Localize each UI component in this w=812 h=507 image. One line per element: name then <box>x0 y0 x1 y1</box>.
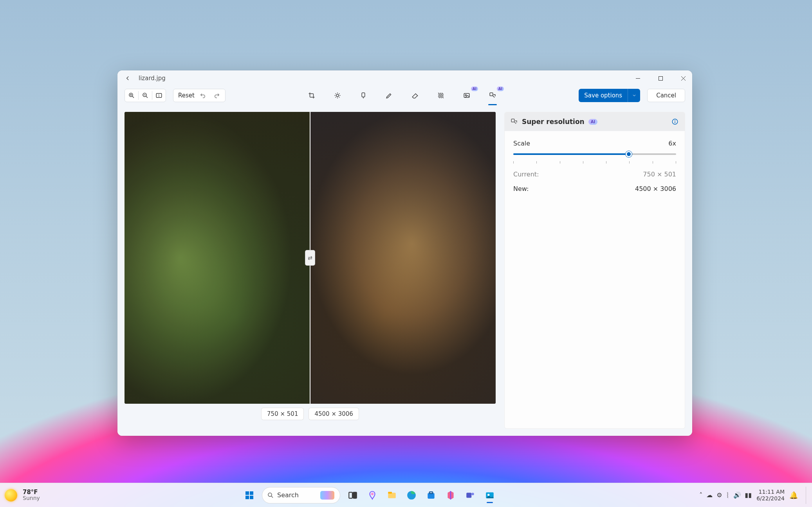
super-resolution-icon <box>510 118 518 126</box>
scale-slider-ticks <box>513 161 676 164</box>
taskbar-search[interactable]: Search <box>262 487 340 503</box>
settings-sync-icon[interactable]: ⚙ <box>716 491 722 499</box>
svg-rect-31 <box>245 491 249 495</box>
image-after <box>310 112 496 404</box>
undo-button[interactable] <box>197 90 209 101</box>
svg-point-30 <box>675 120 675 121</box>
zoom-out-button[interactable] <box>139 89 152 102</box>
save-label: Save options <box>579 92 628 99</box>
back-button[interactable] <box>121 72 134 84</box>
edit-tools: AI AI <box>305 89 499 102</box>
battery-icon[interactable]: ▮▮ <box>745 491 752 499</box>
volume-icon[interactable]: 🔊 <box>733 491 741 499</box>
titlebar: lizard.jpg <box>117 70 692 86</box>
wifi-icon[interactable]: ⦚ <box>726 491 729 499</box>
clock-date: 6/22/2024 <box>756 495 785 502</box>
svg-rect-26 <box>490 93 493 96</box>
svg-point-25 <box>465 95 466 96</box>
clock[interactable]: 11:11 AM 6/22/2024 <box>756 489 785 501</box>
store-pinned[interactable] <box>422 487 440 504</box>
new-label: New: <box>513 185 529 192</box>
show-desktop[interactable] <box>806 487 807 504</box>
svg-rect-32 <box>250 491 253 495</box>
taskbar-right: ˄ ☁ ⚙ ⦚ 🔊 ▮▮ 11:11 AM 6/22/2024 🔔 <box>699 487 807 504</box>
adjust-tool[interactable] <box>331 89 344 102</box>
m365-pinned[interactable] <box>442 487 459 504</box>
panel-title: Super resolution <box>522 118 585 126</box>
save-options-button[interactable]: Save options <box>579 89 640 102</box>
super-resolution-panel: Super resolution AI Scale 6x <box>504 112 685 429</box>
svg-point-46 <box>471 493 474 495</box>
svg-rect-0 <box>636 78 640 79</box>
reset-button[interactable]: Reset <box>178 92 195 99</box>
chevron-down-icon <box>628 89 640 102</box>
svg-point-48 <box>487 494 489 496</box>
editor-body: ⇄ 750 × 501 4500 × 3006 Super resolution… <box>117 105 692 436</box>
zoom-in-button[interactable] <box>125 89 138 102</box>
svg-rect-1 <box>659 76 662 80</box>
explorer-pinned[interactable] <box>383 487 401 504</box>
svg-rect-41 <box>388 492 392 493</box>
panel-body: Scale 6x Current: 750 × 501 <box>505 131 685 201</box>
svg-rect-33 <box>245 496 249 499</box>
zoom-group: 1 <box>125 89 166 102</box>
generative-tool[interactable]: AI <box>460 89 473 102</box>
reset-group: Reset <box>173 89 226 102</box>
redo-button[interactable] <box>211 90 223 101</box>
svg-line-9 <box>146 96 148 98</box>
dimension-pills: 750 × 501 4500 × 3006 <box>261 408 359 420</box>
system-tray[interactable]: ˄ ☁ ⚙ ⦚ 🔊 ▮▮ <box>699 491 752 499</box>
edge-pinned[interactable] <box>403 487 420 504</box>
current-label: Current: <box>513 171 539 178</box>
scale-row: Scale 6x <box>513 140 676 164</box>
background-tool[interactable] <box>434 89 448 102</box>
tray-chevron-icon[interactable]: ˄ <box>699 491 702 499</box>
editor-toolbar: 1 Reset <box>117 86 692 105</box>
teams-pinned[interactable] <box>462 487 479 504</box>
weather-widget[interactable]: 78°F Sunny <box>23 489 40 502</box>
zoom-fit-button[interactable]: 1 <box>152 89 166 102</box>
swap-icon: ⇄ <box>308 255 312 261</box>
image-before <box>125 112 310 404</box>
search-highlight-icon <box>320 491 334 500</box>
scale-slider-thumb[interactable] <box>626 151 632 157</box>
info-icon[interactable] <box>671 117 679 126</box>
svg-line-19 <box>339 97 340 98</box>
taskbar: 78°F Sunny Search <box>0 483 812 507</box>
photos-app-pinned[interactable] <box>481 487 498 504</box>
svg-line-18 <box>336 93 336 94</box>
scale-slider[interactable] <box>513 153 676 155</box>
taskbar-left[interactable]: 78°F Sunny <box>5 489 40 502</box>
comparison-slider-handle[interactable]: ⇄ <box>305 250 315 266</box>
svg-point-13 <box>336 94 339 97</box>
svg-point-39 <box>371 493 374 495</box>
copilot-pinned[interactable] <box>364 487 381 504</box>
cloud-icon[interactable]: ☁ <box>706 491 713 499</box>
image-comparison-stage[interactable]: ⇄ <box>125 112 496 404</box>
svg-line-36 <box>271 496 273 498</box>
notifications-icon[interactable]: 🔔 <box>789 491 798 499</box>
svg-rect-22 <box>362 93 365 97</box>
erase-tool[interactable] <box>408 89 422 102</box>
close-button[interactable] <box>674 70 692 86</box>
before-dimensions: 750 × 501 <box>261 408 304 420</box>
filter-tool[interactable] <box>357 89 370 102</box>
ai-badge-icon: AI <box>497 86 504 91</box>
crop-tool[interactable] <box>305 89 318 102</box>
weather-condition: Sunny <box>23 495 40 501</box>
ai-badge-icon: AI <box>471 86 478 91</box>
current-value: 750 × 501 <box>643 171 676 178</box>
maximize-button[interactable] <box>651 70 669 86</box>
scale-value: 6x <box>668 140 676 147</box>
new-value: 4500 × 3006 <box>635 185 676 192</box>
super-resolution-tool[interactable]: AI <box>486 89 499 102</box>
photos-app-window: lizard.jpg <box>117 70 692 436</box>
start-button[interactable] <box>241 487 258 504</box>
cancel-button[interactable]: Cancel <box>647 89 685 102</box>
minimize-button[interactable] <box>629 70 647 86</box>
window-title: lizard.jpg <box>139 75 166 82</box>
task-view-button[interactable] <box>344 487 361 504</box>
scale-label: Scale <box>513 140 530 147</box>
markup-tool[interactable] <box>383 89 396 102</box>
after-dimensions: 4500 × 3006 <box>309 408 359 420</box>
